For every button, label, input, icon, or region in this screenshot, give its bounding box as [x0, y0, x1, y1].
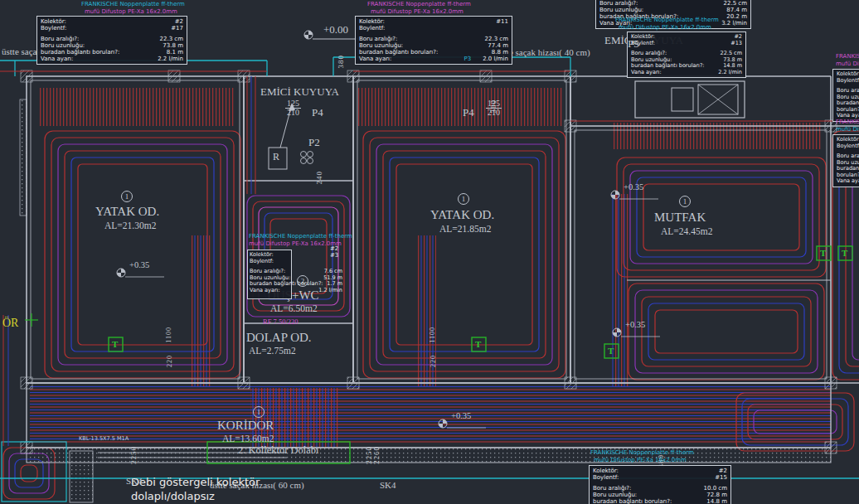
room-area-mutfak: AL=24.45m2 — [661, 226, 712, 236]
column-hatch — [238, 70, 250, 82]
dim-1100-right: 1100 — [429, 327, 436, 343]
port-p4-left: P4 — [312, 106, 323, 119]
column-hatch — [825, 120, 837, 132]
dim-1100-left: 1100 — [165, 327, 172, 343]
pipe-loop — [648, 303, 804, 360]
column-hatch — [21, 70, 32, 82]
port-p5: P5 — [628, 37, 639, 51]
pipe-loop — [390, 158, 539, 351]
pipe-loop — [628, 284, 824, 380]
pipe-loop — [617, 158, 826, 277]
cad-viewport: { "drawing": { "eave_top_label": "üstte … — [0, 0, 859, 504]
port-p3: P3 — [463, 56, 471, 62]
pipe-bundle — [612, 194, 628, 386]
pipe-loop — [383, 151, 546, 358]
pipe-loop — [21, 465, 37, 482]
sink-basin — [672, 88, 693, 111]
column-hatch — [21, 442, 32, 453]
infobox8-header1: FRANKISCHE Noppenplatte ff-therm — [836, 119, 859, 125]
infobox6-header1: FRANKISCHE Noppenplatte ff-therm — [590, 449, 694, 456]
room-number-yatak1: 1 — [121, 191, 133, 202]
dim-220-left: 220 — [166, 355, 173, 367]
pipe-loop — [370, 138, 559, 371]
pump-symbol — [308, 158, 313, 164]
rf-label: RF 7.50/220 — [263, 317, 298, 326]
infobox5-header2: mufü Difustop PE-Xa 16x2.0mm — [249, 240, 342, 247]
pump-r-label: R — [273, 151, 279, 163]
dim-sk4-right: SK4 — [380, 480, 396, 490]
infobox4: Kolektör:#2 Boylentf:#13 Boru aralığı?:2… — [627, 32, 746, 78]
dim-2260-right: 2260 — [372, 446, 381, 464]
dim-380-a: 380 — [337, 55, 345, 69]
pipe-loop — [45, 131, 240, 378]
infobox7-header1: FRANKISCHE Noppenplatte ff-therm — [836, 53, 859, 60]
column-hatch — [347, 70, 359, 82]
column-hatch — [347, 377, 359, 389]
pump-symbol — [301, 152, 307, 158]
level-marker-35-c: +0.35 — [625, 320, 645, 329]
column-hatch — [565, 120, 576, 132]
note-line2: dolaplı/dolapsız — [131, 490, 215, 502]
dim-sk4-left: SK4 — [126, 476, 143, 486]
infobox4-header1: FRANKISCHE Noppenplatte ff-therm — [615, 17, 719, 23]
level-marker-35-a: +0.35 — [129, 260, 149, 269]
dim-2250-left: 2250 — [129, 446, 138, 464]
tag: #17 — [171, 25, 183, 32]
infobox2-header2: mufü Difustop PE-Xa 16x2.0mm — [371, 8, 463, 15]
infobox2-header1: FRANKISCHE Noppenplatte ff-therm — [367, 1, 471, 7]
infobox6: Kolektör:#2 Boylentf:#15 Boru aralığı?:1… — [589, 465, 731, 504]
column-hatch — [480, 70, 492, 82]
thermostat-4: T — [820, 248, 826, 258]
corridor-pipes — [30, 386, 831, 444]
infobox1: Kolektör:#2 Boylentf:#17 Boru aralığı?:2… — [36, 16, 187, 65]
pipe-band — [40, 88, 235, 126]
dim-380-b: 380 — [489, 99, 497, 114]
level-marker-35-b: +0.35 — [624, 182, 643, 191]
dim-240: 240 — [315, 171, 323, 185]
pipe-loop — [363, 131, 565, 378]
infobox4-header2: mufü Difustop PE-Xa 16x2.0mm — [619, 24, 711, 31]
sink-counter — [635, 81, 745, 118]
level-marker-0: +0.00 — [323, 23, 348, 36]
pipe-loop — [624, 164, 819, 270]
pipe-loop — [78, 164, 207, 345]
infobox8: Kolektör: Boylentf: Boru aralığı?: Boru … — [832, 134, 859, 187]
infobox6-header2: mufü Difustop PE-Xa 16x2.0mm — [594, 457, 687, 463]
room-name-dolap: DOLAP OD. — [246, 331, 312, 345]
column-hatch — [168, 70, 180, 82]
room-area-duswc: AL=6.50m2 — [270, 303, 318, 313]
room-number-koridor: 1 — [253, 406, 264, 418]
infobox8-header2: mufü Difustop PE-Xa 16x2.0mm — [836, 126, 859, 133]
room-area-dolap: AL=2.75m2 — [249, 346, 296, 356]
cropped-kolektor-label: ÖR — [2, 317, 18, 330]
emici-kuyuya-label-center: EMİCİ KUYUYA — [260, 85, 339, 99]
bottom-wall-hatched — [27, 448, 831, 463]
room-area-koridor: AL=13.60m2 — [222, 434, 274, 443]
room-name-yatak2: YATAK OD. — [430, 208, 494, 222]
pump-symbol — [308, 152, 313, 158]
pipe-loop — [635, 290, 818, 373]
pump-symbol — [301, 158, 307, 164]
hatched-pier — [70, 451, 93, 502]
room-name-koridor: KORİDOR — [217, 419, 274, 433]
infobox7: Kolektör: Boylentf: Boru aralığı?: Boru … — [832, 69, 859, 122]
infobox1-header2: mufü Difustop PE-Xa 16x2.0mm — [85, 8, 177, 15]
room-area-yatak1: AL=21.30m2 — [104, 220, 156, 230]
infobox1-header1: FRANKISCHE Noppenplatte ff-therm — [81, 1, 185, 7]
pipe-loop — [15, 459, 43, 487]
room-name-mutfak: MUTFAK — [654, 211, 706, 225]
column-hatch — [825, 377, 837, 389]
tag: #2 — [175, 18, 183, 25]
infobox5-tags: #2 #3 — [330, 245, 338, 259]
collector-cabinet-label: 2. Kollektör Dolabı — [238, 444, 319, 457]
infobox5: Kolektör: Boylentf: Boru aralığı?:7.6 cm… — [250, 252, 342, 293]
pipe-loop — [655, 310, 798, 353]
dim-220-right: 220 — [430, 355, 437, 367]
room-name-yatak1: YATAK OD. — [95, 205, 159, 219]
infobox2: Kolektör:#11 Boylentf: Boru aralığı?:22.… — [355, 16, 512, 65]
pipe-loop — [642, 297, 811, 366]
pipe-band — [358, 88, 564, 126]
port-p2: P2 — [308, 136, 320, 149]
riser-fraction-left: 125210 — [285, 99, 301, 117]
room-area-yatak2: AL=21.85m2 — [439, 224, 491, 234]
